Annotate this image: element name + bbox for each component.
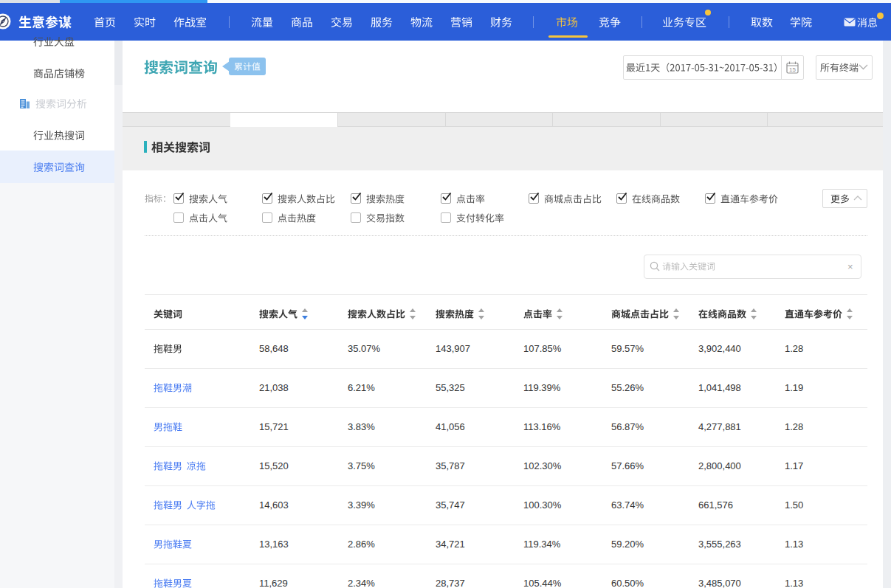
svg-text:15: 15 [789,66,796,73]
